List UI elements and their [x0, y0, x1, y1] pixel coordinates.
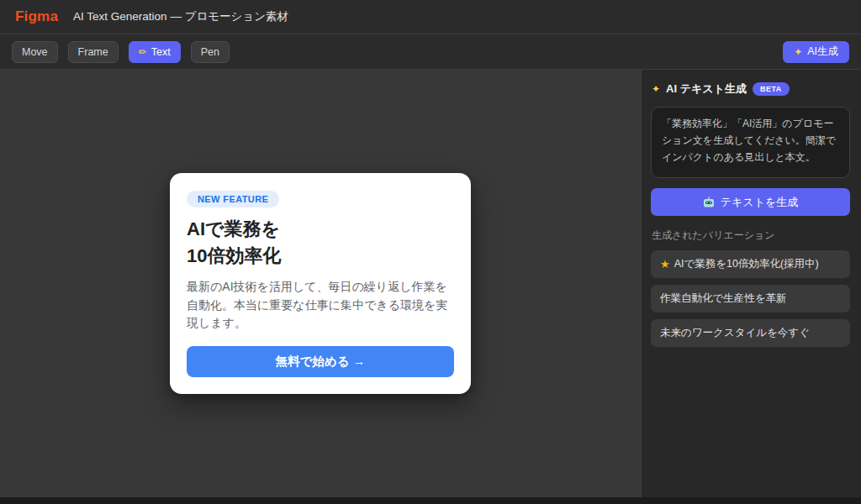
tool-button-pen-label: Pen: [201, 46, 219, 58]
card-heading-line2: 10倍効率化: [187, 243, 454, 270]
document-title: AI Text Generation — プロモーション素材: [73, 9, 288, 24]
panel-header: ✦ AI テキスト生成 BETA: [652, 81, 850, 97]
top-bar: Figma AI Text Generation — プロモーション素材: [0, 0, 861, 34]
beta-badge: BETA: [753, 82, 790, 96]
card-body-text: 最新のAI技術を活用して、毎日の繰り返し作業を自動化。本当に重要な仕事に集中でき…: [187, 278, 454, 333]
tool-button-frame[interactable]: Frame: [68, 41, 119, 63]
tool-button-text-label: Text: [151, 46, 171, 58]
sparkles-icon: ✦: [794, 47, 802, 57]
card-heading-line1: AIで業務を: [187, 216, 454, 243]
main-area: NEW FEATURE AIで業務を 10倍効率化 最新のAI技術を活用して、毎…: [0, 70, 861, 497]
variations-label: 生成されたバリエーション: [652, 228, 849, 243]
toolbar: Move Frame ✏ Text Pen ✦ AI生成: [0, 34, 861, 70]
variation-item-label: 未来のワークスタイルを今すぐ: [660, 326, 810, 340]
variation-item-label: 作業自動化で生産性を革新: [660, 291, 787, 306]
prompt-textarea[interactable]: 「業務効率化」「AI活用」のプロモーション文を生成してください。簡潔でインパクト…: [651, 107, 850, 178]
variation-item[interactable]: 未来のワークスタイルを今すぐ: [651, 319, 850, 347]
promo-card[interactable]: NEW FEATURE AIで業務を 10倍効率化 最新のAI技術を活用して、毎…: [170, 173, 471, 394]
design-canvas[interactable]: NEW FEATURE AIで業務を 10倍効率化 最新のAI技術を活用して、毎…: [0, 70, 641, 497]
card-heading: AIで業務を 10倍効率化: [187, 216, 454, 270]
bottom-bar: [0, 497, 861, 504]
card-cta-button[interactable]: 無料で始める →: [187, 346, 454, 377]
ai-generate-button-label: AI生成: [807, 45, 838, 59]
ai-generate-button[interactable]: ✦ AI生成: [783, 41, 849, 63]
pencil-icon: ✏: [139, 47, 147, 57]
tool-button-move-label: Move: [22, 46, 48, 58]
robot-icon: [703, 197, 715, 208]
ai-text-panel: ✦ AI テキスト生成 BETA 「業務効率化」「AI活用」のプロモーション文を…: [641, 70, 861, 497]
sparkles-icon: ✦: [652, 84, 660, 94]
generate-text-button[interactable]: テキストを生成: [651, 188, 850, 216]
star-icon: ★: [660, 259, 670, 270]
tool-button-frame-label: Frame: [78, 46, 108, 58]
new-feature-badge: NEW FEATURE: [187, 191, 279, 207]
variation-item[interactable]: 作業自動化で生産性を革新: [651, 285, 850, 312]
variation-item-selected[interactable]: ★ AIで業務を10倍効率化(採用中): [651, 250, 850, 278]
generate-text-button-label: テキストを生成: [721, 195, 799, 210]
tool-button-pen[interactable]: Pen: [191, 41, 230, 63]
panel-title: AI テキスト生成: [666, 81, 747, 97]
tool-button-text[interactable]: ✏ Text: [129, 41, 181, 63]
variation-item-label: AIで業務を10倍効率化(採用中): [674, 257, 819, 271]
tool-button-move[interactable]: Move: [12, 41, 58, 63]
figma-logo: Figma: [15, 8, 58, 25]
